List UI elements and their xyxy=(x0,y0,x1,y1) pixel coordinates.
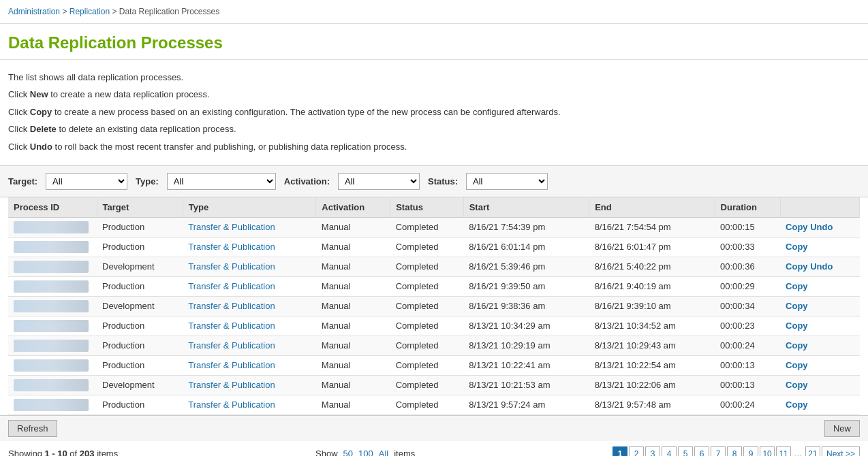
process-id-blurred xyxy=(14,241,89,253)
page-8[interactable]: 8 xyxy=(727,446,742,456)
start-cell: 8/16/21 5:39:46 pm xyxy=(463,257,589,276)
end-cell: 8/16/21 9:39:10 am xyxy=(589,296,715,316)
process-id-blurred xyxy=(14,359,89,372)
activation-select[interactable]: All Manual Scheduled xyxy=(338,173,420,190)
type-link[interactable]: Transfer & Publication xyxy=(188,321,275,331)
process-id-blurred xyxy=(14,221,89,233)
copy-action-link[interactable]: Copy xyxy=(786,380,808,390)
page-4[interactable]: 4 xyxy=(662,446,677,456)
end-cell: 8/13/21 10:22:54 am xyxy=(589,355,715,375)
col-start: Start xyxy=(463,197,589,218)
process-id-blurred xyxy=(14,399,89,411)
target-cell: Production xyxy=(97,395,183,414)
process-id-cell xyxy=(8,296,97,316)
description-section: The list shows all data replication proc… xyxy=(0,60,868,165)
breadcrumb-replication-link[interactable]: Replication xyxy=(69,7,110,16)
copy-action-link[interactable]: Copy xyxy=(786,222,808,232)
process-id-cell xyxy=(8,355,97,375)
type-link[interactable]: Transfer & Publication xyxy=(188,281,275,291)
show-all-link[interactable]: All xyxy=(379,449,388,456)
type-link[interactable]: Transfer & Publication xyxy=(188,360,275,370)
col-process-id: Process ID xyxy=(8,197,97,218)
desc-line5: Click Undo to roll back the most recent … xyxy=(8,139,860,154)
actions-cell: Copy xyxy=(780,276,859,296)
page-1[interactable]: 1 xyxy=(613,446,627,456)
activation-cell: Manual xyxy=(316,375,390,395)
page-6[interactable]: 6 xyxy=(694,446,709,456)
status-select[interactable]: All Completed Failed Running xyxy=(466,173,548,190)
copy-action-link[interactable]: Copy xyxy=(786,261,808,272)
end-cell: 8/13/21 10:34:52 am xyxy=(589,316,715,336)
start-cell: 8/13/21 10:21:53 am xyxy=(463,375,589,395)
page-ellipsis: ... xyxy=(792,449,804,456)
type-cell: Transfer & Publication xyxy=(183,355,316,375)
copy-action-link[interactable]: Copy xyxy=(786,400,808,410)
show-50-link[interactable]: 50 xyxy=(343,449,353,456)
actions-cell: Copy xyxy=(780,395,859,414)
page-11[interactable]: 11 xyxy=(776,446,791,456)
type-link[interactable]: Transfer & Publication xyxy=(188,222,275,232)
start-cell: 8/13/21 9:57:24 am xyxy=(463,395,589,414)
page-5[interactable]: 5 xyxy=(678,446,693,456)
activation-cell: Manual xyxy=(316,395,390,414)
table-header-row: Process ID Target Type Activation Status… xyxy=(8,197,860,218)
process-id-blurred xyxy=(14,261,89,273)
type-cell: Transfer & Publication xyxy=(183,336,316,355)
copy-action-link[interactable]: Copy xyxy=(786,340,808,351)
type-link[interactable]: Transfer & Publication xyxy=(188,242,275,252)
breadcrumb-admin-link[interactable]: Administration xyxy=(8,7,60,16)
process-id-cell xyxy=(8,375,97,395)
copy-action-link[interactable]: Copy xyxy=(786,281,808,291)
page-2[interactable]: 2 xyxy=(629,446,644,456)
undo-action-link[interactable]: Undo xyxy=(810,222,833,232)
refresh-button[interactable]: Refresh xyxy=(8,420,57,437)
copy-action-link[interactable]: Copy xyxy=(786,242,808,252)
type-link[interactable]: Transfer & Publication xyxy=(188,261,275,272)
type-cell: Transfer & Publication xyxy=(183,316,316,336)
col-type: Type xyxy=(183,197,316,218)
table-row: DevelopmentTransfer & PublicationManualC… xyxy=(8,257,860,276)
start-cell: 8/16/21 6:01:14 pm xyxy=(463,237,589,257)
col-target: Target xyxy=(97,197,183,218)
table-row: ProductionTransfer & PublicationManualCo… xyxy=(8,316,860,336)
start-cell: 8/16/21 7:54:39 pm xyxy=(463,217,589,237)
activation-cell: Manual xyxy=(316,355,390,375)
next-page-link[interactable]: Next >> xyxy=(822,446,860,456)
type-link[interactable]: Transfer & Publication xyxy=(188,340,275,351)
desc-line2: Click New to create a new data replicati… xyxy=(8,86,860,102)
copy-action-link[interactable]: Copy xyxy=(786,321,808,331)
pagination-bar: Showing 1 - 10 of 203 items Show 50 100 … xyxy=(0,441,868,456)
copy-action-link[interactable]: Copy xyxy=(786,301,808,311)
type-link[interactable]: Transfer & Publication xyxy=(188,380,275,390)
type-link[interactable]: Transfer & Publication xyxy=(188,400,275,410)
undo-action-link[interactable]: Undo xyxy=(810,261,833,272)
activation-cell: Manual xyxy=(316,316,390,336)
table-row: DevelopmentTransfer & PublicationManualC… xyxy=(8,296,860,316)
type-link[interactable]: Transfer & Publication xyxy=(188,301,275,311)
target-label: Target: xyxy=(8,176,37,186)
process-id-cell xyxy=(8,336,97,355)
page-9[interactable]: 9 xyxy=(743,446,758,456)
copy-action-link[interactable]: Copy xyxy=(786,360,808,370)
page-7[interactable]: 7 xyxy=(711,446,726,456)
duration-cell: 00:00:29 xyxy=(715,276,780,296)
duration-cell: 00:00:34 xyxy=(715,296,780,316)
status-cell: Completed xyxy=(390,375,464,395)
end-cell: 8/16/21 6:01:47 pm xyxy=(589,237,715,257)
actions-cell: Copy xyxy=(780,316,859,336)
breadcrumb: Administration > Replication > Data Repl… xyxy=(0,0,868,24)
page-3[interactable]: 3 xyxy=(645,446,660,456)
page-10[interactable]: 10 xyxy=(760,446,775,456)
target-select[interactable]: All Production Development xyxy=(46,173,127,190)
page-21[interactable]: 21 xyxy=(805,446,820,456)
page-numbers: 1 2 3 4 5 6 7 8 9 10 11 ... 21 Next >> xyxy=(613,446,860,456)
start-cell: 8/16/21 9:38:36 am xyxy=(463,296,589,316)
start-cell: 8/13/21 10:22:41 am xyxy=(463,355,589,375)
table-row: ProductionTransfer & PublicationManualCo… xyxy=(8,237,860,257)
new-button[interactable]: New xyxy=(824,420,860,437)
showing-text: Showing 1 - 10 of 203 items xyxy=(8,449,118,456)
type-select[interactable]: All Transfer & Publication xyxy=(167,173,276,190)
actions-cell: Copy xyxy=(780,237,859,257)
col-activation: Activation xyxy=(316,197,390,218)
show-100-link[interactable]: 100 xyxy=(358,449,373,456)
